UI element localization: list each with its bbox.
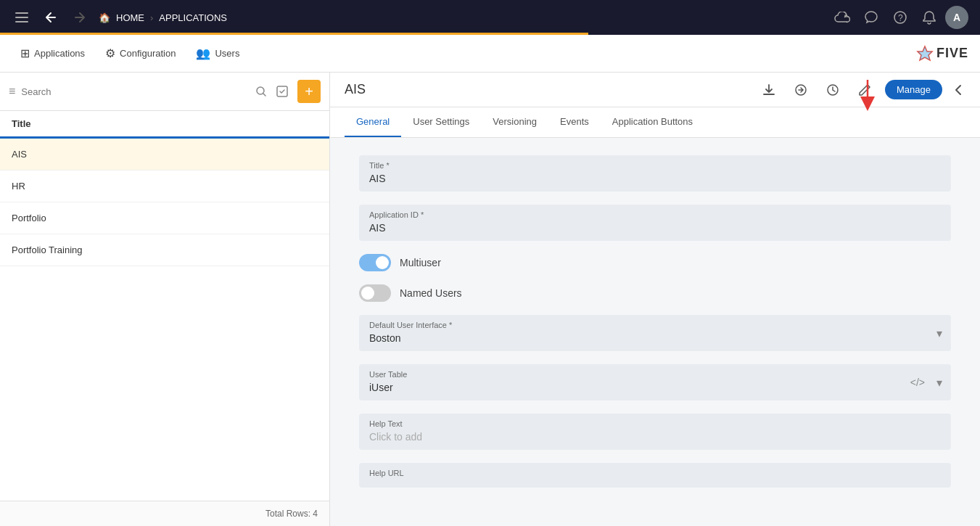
- app-id-field[interactable]: Application ID * AIS: [359, 205, 951, 241]
- default-ui-value: Boston: [369, 332, 401, 344]
- history-button[interactable]: [821, 78, 844, 102]
- record-title: AIS: [345, 82, 749, 97]
- user-avatar[interactable]: A: [945, 6, 968, 29]
- help-url-field-group: Help URL: [359, 463, 951, 488]
- named-users-toggle[interactable]: [359, 284, 391, 302]
- users-icon: 👥: [196, 46, 210, 60]
- multiuser-label: Multiuser: [400, 257, 441, 268]
- forward-nav-button[interactable]: [70, 7, 90, 28]
- user-table-code-button[interactable]: </>: [910, 377, 925, 388]
- multiuser-toggle[interactable]: [359, 254, 391, 271]
- svg-rect-1: [15, 17, 28, 18]
- home-icon: 🏠: [99, 12, 110, 23]
- tab-general[interactable]: General: [345, 107, 401, 137]
- help-text-field-group: Help Text Click to add: [359, 414, 951, 450]
- chat-icon[interactable]: [858, 4, 884, 30]
- user-table-label: User Table: [369, 370, 941, 379]
- title-value: AIS: [369, 173, 386, 184]
- form-area: Title * AIS Application ID * AIS: [330, 138, 980, 526]
- search-button[interactable]: [255, 86, 267, 97]
- app-id-label: Application ID *: [369, 210, 941, 219]
- five-logo-text: FIVE: [936, 46, 968, 61]
- cloud-icon[interactable]: [829, 4, 855, 30]
- help-text-placeholder: Click to add: [369, 431, 422, 443]
- svg-rect-2: [15, 21, 28, 22]
- add-button[interactable]: +: [297, 80, 321, 103]
- top-nav: 🏠 HOME › APPLICATIONS ?: [0, 0, 980, 35]
- help-text-field[interactable]: Help Text Click to add: [359, 414, 951, 450]
- user-table-value: iUser: [369, 382, 393, 393]
- breadcrumb: 🏠 HOME › APPLICATIONS: [99, 12, 227, 23]
- list-footer: Total Rows: 4: [0, 501, 329, 526]
- svg-text:?: ?: [898, 13, 903, 23]
- default-ui-field[interactable]: Default User Interface * Boston ▾: [359, 315, 951, 351]
- nav-applications[interactable]: ⊞ Applications: [12, 41, 94, 66]
- help-url-label: Help URL: [369, 469, 941, 477]
- help-text-label: Help Text: [369, 419, 941, 428]
- applications-icon: ⊞: [20, 46, 30, 60]
- user-table-field-group: User Table iUser </> ▾: [359, 364, 951, 400]
- user-table-field[interactable]: User Table iUser </> ▾: [359, 364, 951, 400]
- nav-right: ? A: [829, 4, 968, 30]
- help-url-field[interactable]: Help URL: [359, 463, 951, 488]
- list-items: AIS HR Portfolio Portfolio Training: [0, 139, 329, 501]
- named-users-label: Named Users: [400, 287, 462, 299]
- export-button[interactable]: [273, 83, 292, 99]
- search-bar: ≡ +: [0, 73, 329, 111]
- breadcrumb-home[interactable]: HOME: [116, 12, 144, 23]
- title-field[interactable]: Title * AIS: [359, 155, 951, 192]
- list-item-ais[interactable]: AIS: [0, 139, 329, 170]
- main-layout: ≡ + Title AIS: [0, 73, 980, 526]
- sub-nav: ⊞ Applications ⚙ Configuration 👥 Users F…: [0, 35, 980, 73]
- list-item-hr[interactable]: HR: [0, 170, 329, 202]
- filter-icon: ≡: [9, 85, 15, 98]
- manage-button[interactable]: Manage: [885, 80, 942, 99]
- app-id-value: AIS: [369, 222, 386, 234]
- tab-application-buttons[interactable]: Application Buttons: [601, 107, 704, 137]
- multiuser-row: Multiuser: [359, 254, 951, 271]
- title-label: Title *: [369, 161, 941, 170]
- tab-versioning[interactable]: Versioning: [481, 107, 548, 137]
- named-users-row: Named Users: [359, 284, 951, 302]
- list-item-portfolio-training[interactable]: Portfolio Training: [0, 234, 329, 266]
- right-panel: AIS: [330, 73, 980, 526]
- right-panel-header: AIS: [330, 73, 980, 107]
- back-nav-button[interactable]: [41, 7, 61, 28]
- app-id-field-group: Application ID * AIS: [359, 205, 951, 241]
- five-logo-icon: [916, 45, 934, 62]
- navigate-button[interactable]: [789, 78, 812, 102]
- nav-users[interactable]: 👥 Users: [187, 41, 248, 66]
- left-panel: ≡ + Title AIS: [0, 73, 330, 526]
- user-table-dropdown-icon: ▾: [936, 376, 942, 390]
- help-icon[interactable]: ?: [887, 4, 913, 30]
- configuration-icon: ⚙: [105, 46, 115, 60]
- download-button[interactable]: [757, 78, 781, 102]
- breadcrumb-apps[interactable]: APPLICATIONS: [159, 12, 227, 23]
- svg-rect-0: [15, 12, 28, 14]
- tab-user-settings[interactable]: User Settings: [401, 107, 481, 137]
- five-logo: FIVE: [916, 45, 968, 62]
- close-panel-button[interactable]: [951, 83, 965, 97]
- nav-configuration[interactable]: ⚙ Configuration: [96, 41, 184, 66]
- tab-events[interactable]: Events: [548, 107, 601, 137]
- title-field-group: Title * AIS: [359, 155, 951, 192]
- list-column-header: Title: [0, 111, 329, 139]
- bell-icon[interactable]: [916, 4, 942, 30]
- total-rows-label: Total Rows: 4: [265, 509, 318, 519]
- search-input[interactable]: [21, 86, 250, 97]
- list-item-portfolio[interactable]: Portfolio: [0, 202, 329, 234]
- hamburger-icon[interactable]: [12, 7, 32, 28]
- breadcrumb-sep: ›: [150, 12, 153, 23]
- edit-button[interactable]: [853, 78, 876, 102]
- default-ui-field-group: Default User Interface * Boston ▾: [359, 315, 951, 351]
- tabs: General User Settings Versioning Events …: [330, 107, 980, 138]
- default-ui-dropdown-icon: ▾: [936, 326, 942, 340]
- default-ui-label: Default User Interface *: [369, 321, 941, 329]
- svg-marker-7: [918, 46, 932, 60]
